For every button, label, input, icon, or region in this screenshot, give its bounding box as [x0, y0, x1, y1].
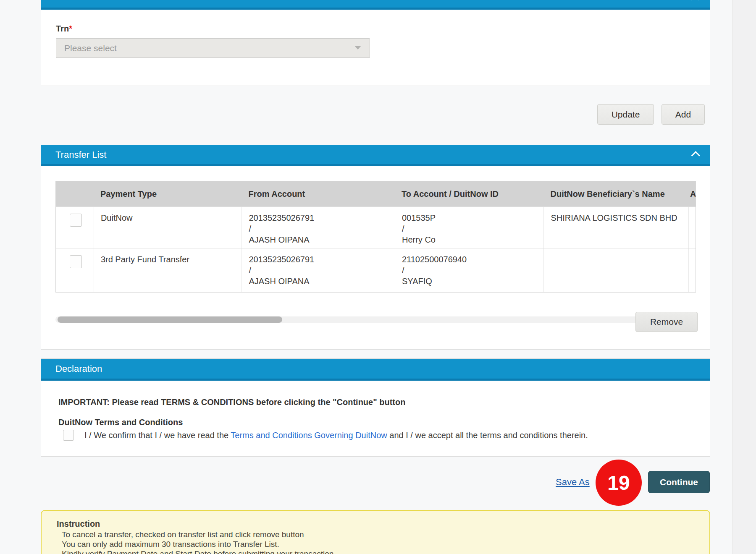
- collapse-chevron-icon[interactable]: [691, 151, 700, 160]
- cell-payment-type: 3rd Party Fund Transfer: [94, 248, 242, 292]
- instruction-line: To cancel a transfer, checked on transfe…: [62, 530, 333, 539]
- cell-to-account: 21102500076940 / SYAFIQ: [395, 248, 544, 292]
- instruction-line: You can only add maximum 30 transactions…: [62, 539, 333, 549]
- update-button[interactable]: Update: [597, 104, 654, 125]
- dropdown-caret-icon: [354, 46, 361, 50]
- terms-confirm-row: I / We confirm that I / we have read the…: [63, 429, 588, 442]
- required-asterisk: *: [69, 24, 72, 33]
- transfer-list-panel: Transfer List Payment Type From Account …: [41, 145, 710, 350]
- column-header-to-account: To Account / DuitNow ID: [395, 181, 544, 206]
- transfer-list-body: Payment Type From Account To Account / D…: [41, 166, 710, 348]
- row-checkbox[interactable]: [70, 255, 82, 268]
- cell-from-account: 20135235026791 / AJASH OIPANA: [242, 207, 395, 248]
- declaration-body: IMPORTANT: Please read TERMS & CONDITION…: [41, 381, 710, 455]
- transfer-table: Payment Type From Account To Account / D…: [55, 181, 696, 293]
- form-panel: Rentas Transfer Details Trn* Please sele…: [41, 0, 710, 86]
- important-note: IMPORTANT: Please read TERMS & CONDITION…: [58, 397, 405, 407]
- table-row: DuitNow 20135235026791 / AJASH OIPANA 00…: [56, 206, 696, 248]
- instruction-title: Instruction: [57, 519, 100, 529]
- add-button[interactable]: Add: [662, 104, 705, 125]
- cell-partial: [688, 207, 696, 248]
- declaration-panel: Declaration IMPORTANT: Please read TERMS…: [41, 358, 710, 457]
- table-header-row: Payment Type From Account To Account / D…: [56, 181, 696, 206]
- remove-button[interactable]: Remove: [635, 312, 698, 332]
- cell-to-account: 001535P / Herry Co: [395, 207, 544, 248]
- continue-button[interactable]: Continue: [648, 471, 710, 493]
- terms-heading: DuitNow Terms and Conditions: [58, 418, 183, 427]
- scrollbar-thumb[interactable]: [58, 316, 282, 323]
- column-header-payment-type: Payment Type: [94, 181, 242, 206]
- form-panel-header: Rentas Transfer Details: [41, 0, 710, 10]
- instruction-lines: To cancel a transfer, checked on transfe…: [62, 530, 333, 554]
- declaration-title: Declaration: [55, 363, 102, 374]
- column-header-from-account: From Account: [242, 181, 395, 206]
- row-checkbox[interactable]: [70, 214, 82, 227]
- cell-beneficiary: [543, 248, 688, 292]
- terms-link[interactable]: Terms and Conditions Governing DuitNow: [231, 431, 387, 440]
- form-panel-title: Rentas Transfer Details: [49, 0, 146, 3]
- collapse-chevron-icon[interactable]: [690, 0, 699, 4]
- cell-partial: [688, 248, 696, 292]
- cell-beneficiary: SHIRIANA LOGISTICS SDN BHD: [543, 207, 688, 248]
- page: Rentas Transfer Details Trn* Please sele…: [0, 0, 756, 554]
- trn-label: Trn*: [56, 24, 72, 34]
- instruction-panel: Instruction To cancel a transfer, checke…: [41, 510, 710, 554]
- declaration-header: Declaration: [41, 359, 710, 381]
- trn-select[interactable]: Please select: [56, 38, 370, 58]
- scrollbar-gutter: [732, 0, 756, 554]
- horizontal-scrollbar[interactable]: [55, 316, 696, 323]
- cell-payment-type: DuitNow: [94, 207, 242, 248]
- instruction-line: Kindly verify Payment Date and Start Dat…: [62, 549, 333, 554]
- column-header-partial: Am: [688, 181, 696, 206]
- column-header-select: [56, 181, 94, 206]
- transfer-list-header: Transfer List: [41, 145, 710, 166]
- table-row: 3rd Party Fund Transfer 20135235026791 /…: [56, 248, 696, 293]
- column-header-beneficiary: DuitNow Beneficiary`s Name: [543, 181, 688, 206]
- trn-select-value: Please select: [64, 43, 117, 53]
- cell-from-account: 20135235026791 / AJASH OIPANA: [242, 248, 395, 292]
- transfer-list-title: Transfer List: [55, 149, 106, 160]
- row-checkbox-cell: [56, 248, 94, 292]
- row-checkbox-cell: [56, 207, 94, 248]
- confirm-text: I / We confirm that I / we have read the…: [84, 429, 588, 442]
- save-as-link[interactable]: Save As: [556, 477, 590, 488]
- click-annotation-badge: 19: [596, 460, 642, 506]
- terms-checkbox[interactable]: [63, 430, 74, 441]
